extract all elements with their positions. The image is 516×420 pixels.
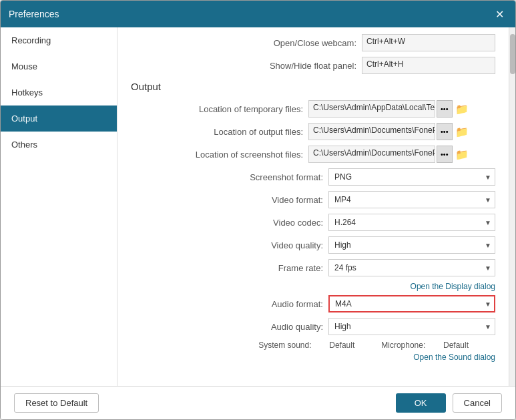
sidebar-item-output[interactable]: Output xyxy=(1,106,117,132)
audio-quality-row: Audio quality: High Medium Low ▼ xyxy=(131,318,495,335)
open-webcam-input[interactable]: Ctrl+Alt+W xyxy=(362,34,495,51)
sidebar-item-hotkeys[interactable]: Hotkeys xyxy=(1,79,117,106)
open-display-dialog-link[interactable]: Open the Display dialog xyxy=(411,282,495,291)
screenshot-format-row: Screenshot format: PNG JPG BMP ▼ xyxy=(131,168,495,186)
scrollbar-thumb[interactable] xyxy=(510,34,515,74)
temp-files-controls: C:\Users\Admin\AppData\Local\Ten ••• 📁 xyxy=(308,100,495,118)
dialog-body: Recording Mouse Hotkeys Output Others Op… xyxy=(1,27,515,386)
temp-files-folder-button[interactable]: 📁 xyxy=(455,100,469,118)
show-hide-label: Show/Hide float panel: xyxy=(270,61,356,71)
audio-format-dropdown-wrapper: M4A MP3 WAV AAC ▼ xyxy=(328,295,495,312)
sound-dialog-link-row: Open the Sound dialog xyxy=(131,353,495,362)
folder-icon: 📁 xyxy=(455,126,469,138)
video-codec-row: Video codec: H.264 H.265 VP8 ▼ xyxy=(131,214,495,231)
title-bar: Preferences ✕ xyxy=(1,1,515,27)
sidebar-item-others[interactable]: Others xyxy=(1,132,117,158)
main-content: Open/Close webcam: Ctrl+Alt+W Show/Hide … xyxy=(117,27,509,386)
output-files-folder-button[interactable]: 📁 xyxy=(455,123,469,140)
screenshot-format-label: Screenshot format: xyxy=(250,172,323,182)
video-quality-row: Video quality: High Medium Low ▼ xyxy=(131,236,495,254)
screenshot-files-input[interactable]: C:\Users\Admin\Documents\FonePa xyxy=(308,146,435,163)
microphone-label: Microphone: Default xyxy=(381,341,482,350)
ok-button[interactable]: OK xyxy=(396,393,446,413)
audio-quality-dropdown-wrapper: High Medium Low ▼ xyxy=(328,318,495,335)
output-files-controls: C:\Users\Admin\Documents\FonePa ••• 📁 xyxy=(308,123,495,140)
temp-files-dots-button[interactable]: ••• xyxy=(437,100,453,118)
folder-icon: 📁 xyxy=(455,103,469,115)
output-files-row: Location of output files: C:\Users\Admin… xyxy=(131,123,495,140)
frame-rate-select[interactable]: 24 fps 30 fps 60 fps xyxy=(328,259,495,276)
frame-rate-dropdown-wrapper: 24 fps 30 fps 60 fps ▼ xyxy=(328,259,495,276)
open-webcam-label: Open/Close webcam: xyxy=(274,38,356,48)
close-button[interactable]: ✕ xyxy=(491,6,507,22)
screenshot-files-row: Location of screenshot files: C:\Users\A… xyxy=(131,146,495,163)
output-files-dots-button[interactable]: ••• xyxy=(437,123,453,140)
video-format-label: Video format: xyxy=(272,195,323,205)
screenshot-files-folder-button[interactable]: 📁 xyxy=(455,146,469,163)
cancel-button[interactable]: Cancel xyxy=(453,393,502,413)
output-files-label: Location of output files: xyxy=(214,127,303,137)
dialog-title: Preferences xyxy=(9,9,59,19)
audio-format-select[interactable]: M4A MP3 WAV AAC xyxy=(328,295,495,312)
folder-icon: 📁 xyxy=(455,149,469,160)
scrollbar-track[interactable] xyxy=(509,27,515,386)
sound-info-row: System sound: Default Microphone: Defaul… xyxy=(131,341,495,350)
show-hide-input[interactable]: Ctrl+Alt+H xyxy=(362,57,495,74)
content-scroll-wrapper: Open/Close webcam: Ctrl+Alt+W Show/Hide … xyxy=(117,27,509,386)
footer-right-buttons: OK Cancel xyxy=(396,393,502,413)
audio-quality-label: Audio quality: xyxy=(271,322,323,332)
frame-rate-label: Frame rate: xyxy=(278,263,323,273)
screenshot-files-label: Location of screenshot files: xyxy=(196,150,303,160)
video-quality-select[interactable]: High Medium Low xyxy=(328,236,495,254)
audio-format-row: Audio format: M4A MP3 WAV AAC ▼ xyxy=(131,295,495,312)
display-dialog-link-row: Open the Display dialog xyxy=(131,282,495,291)
video-format-dropdown-wrapper: MP4 AVI MOV ▼ xyxy=(328,191,495,208)
screenshot-format-select[interactable]: PNG JPG BMP xyxy=(328,168,495,186)
audio-quality-select[interactable]: High Medium Low xyxy=(328,318,495,335)
temp-files-input[interactable]: C:\Users\Admin\AppData\Local\Ten xyxy=(308,100,435,118)
output-files-input[interactable]: C:\Users\Admin\Documents\FonePa xyxy=(308,123,435,140)
audio-format-label: Audio format: xyxy=(272,299,323,309)
footer: Reset to Default OK Cancel xyxy=(1,386,515,419)
temp-files-label: Location of temporary files: xyxy=(199,104,303,114)
screenshot-files-dots-button[interactable]: ••• xyxy=(437,146,453,163)
preferences-dialog: Preferences ✕ Recording Mouse Hotkeys Ou… xyxy=(0,0,516,420)
video-codec-label: Video codec: xyxy=(273,218,323,228)
sidebar: Recording Mouse Hotkeys Output Others xyxy=(1,27,117,386)
screenshot-files-controls: C:\Users\Admin\Documents\FonePa ••• 📁 xyxy=(308,146,495,163)
sidebar-item-mouse[interactable]: Mouse xyxy=(1,53,117,79)
video-format-select[interactable]: MP4 AVI MOV xyxy=(328,191,495,208)
open-webcam-row: Open/Close webcam: Ctrl+Alt+W xyxy=(131,34,495,51)
system-sound-label: System sound: Default xyxy=(258,341,368,350)
sidebar-item-recording[interactable]: Recording xyxy=(1,27,117,53)
open-sound-dialog-link[interactable]: Open the Sound dialog xyxy=(413,353,495,362)
show-hide-panel-row: Show/Hide float panel: Ctrl+Alt+H xyxy=(131,57,495,74)
video-format-row: Video format: MP4 AVI MOV ▼ xyxy=(131,191,495,208)
reset-to-default-button[interactable]: Reset to Default xyxy=(14,393,99,413)
screenshot-format-dropdown-wrapper: PNG JPG BMP ▼ xyxy=(328,168,495,186)
video-quality-label: Video quality: xyxy=(271,240,323,250)
video-codec-select[interactable]: H.264 H.265 VP8 xyxy=(328,214,495,231)
frame-rate-row: Frame rate: 24 fps 30 fps 60 fps ▼ xyxy=(131,259,495,276)
video-quality-dropdown-wrapper: High Medium Low ▼ xyxy=(328,236,495,254)
video-codec-dropdown-wrapper: H.264 H.265 VP8 ▼ xyxy=(328,214,495,231)
temp-files-row: Location of temporary files: C:\Users\Ad… xyxy=(131,100,495,118)
output-section-title: Output xyxy=(131,81,495,92)
